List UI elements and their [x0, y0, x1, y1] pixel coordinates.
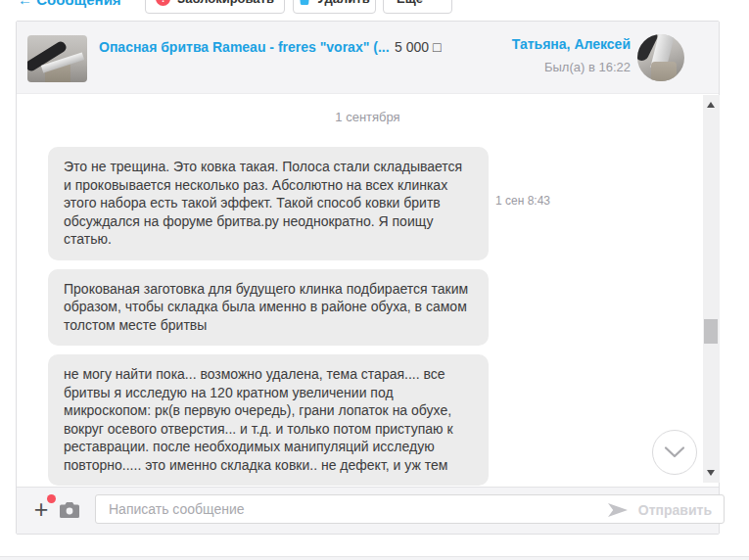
camera-icon: [60, 502, 79, 518]
send-icon: [608, 503, 628, 517]
scrollbar-up-arrow[interactable]: [707, 102, 715, 108]
message-bubble: Это не трещина. Это ковка такая. Полоса …: [48, 147, 489, 260]
participants-block: Татьяна, Алексей Был(а) в 16:22: [512, 35, 631, 74]
scroll-to-bottom-button[interactable]: [652, 430, 697, 475]
message-bubble: Прокованая заготовка для будущего клинка…: [48, 269, 489, 347]
chevron-down-icon: [663, 445, 686, 459]
chat-scroll-area[interactable]: 1 сентября Это не трещина. Это ковка так…: [17, 95, 719, 488]
conversation-panel: Опасная бритва Rameau - freres "vorax" (…: [16, 21, 720, 535]
messenger-screen: ← Сообщения ! Заблокировать Удалить Ещё …: [0, 0, 749, 560]
chat-scrollbar[interactable]: [703, 95, 720, 483]
delete-conversation-button[interactable]: Удалить: [293, 0, 376, 14]
avatar[interactable]: [637, 34, 684, 81]
avatar-art: [651, 62, 677, 81]
date-divider: 1 сентября: [17, 110, 719, 124]
camera-button[interactable]: [60, 502, 79, 518]
delete-button-label: Удалить: [317, 0, 369, 6]
participants-link[interactable]: Татьяна, Алексей: [512, 36, 631, 52]
block-button-label: Заблокировать: [177, 0, 274, 6]
message-bubble: не могу найти пока... возможно удалена, …: [48, 354, 489, 486]
item-price: 5 000 □: [395, 39, 441, 55]
message-timestamp: 1 сен 8:43: [495, 194, 550, 208]
last-seen-status: Был(а) в 16:22: [512, 60, 631, 74]
scrollbar-thumb[interactable]: [704, 319, 718, 344]
back-to-messages-link[interactable]: ← Сообщения: [18, 0, 121, 8]
notification-dot: [47, 494, 56, 503]
send-button-label: Отправить: [638, 502, 712, 518]
more-button-label: Ещё: [397, 0, 423, 6]
block-user-button[interactable]: ! Заблокировать: [145, 0, 285, 14]
item-thumbnail[interactable]: [27, 35, 87, 82]
attach-button[interactable]: +: [28, 495, 54, 525]
more-actions-button[interactable]: Ещё: [383, 0, 452, 14]
trash-icon: [299, 0, 310, 5]
conversation-header: Опасная бритва Rameau - freres "vorax" (…: [17, 22, 719, 94]
block-icon: !: [156, 0, 170, 6]
message-field: Отправить: [95, 494, 725, 524]
message-composer: + Отправить: [17, 487, 719, 534]
item-title-link[interactable]: Опасная бритва Rameau - freres "vorax" (…: [99, 39, 390, 55]
message-list: Это не трещина. Это ковка такая. Полоса …: [48, 147, 489, 488]
next-section-strip: [0, 556, 749, 560]
scrollbar-down-arrow[interactable]: [707, 470, 715, 476]
send-button[interactable]: Отправить: [608, 503, 712, 517]
